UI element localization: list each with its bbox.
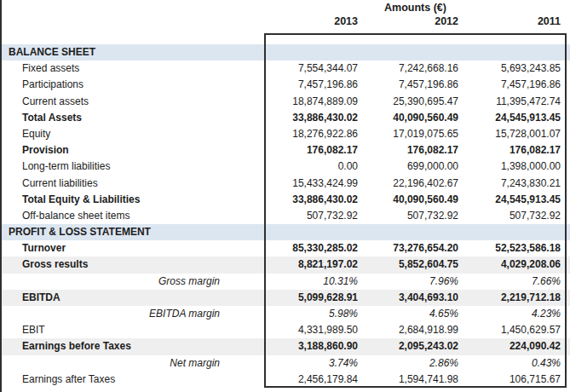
row-value[interactable]: 4.65% [358,306,458,322]
row-value[interactable]: 7,554,344.07 [264,61,358,77]
table-row: PROFIT & LOSS STATEMENT [0,224,570,240]
table-row: Fixed assets 7,554,344.07 7,242,668.16 5… [0,61,570,77]
row-label[interactable]: PROFIT & LOSS STATEMENT [0,224,264,240]
row-value[interactable]: 40,090,560.49 [358,192,458,208]
row-value[interactable]: 7,457,196.86 [458,77,561,93]
row-label[interactable]: Provision [0,142,264,159]
row-value[interactable]: 11,395,472.74 [458,94,561,110]
row-value[interactable]: 2,456,179.84 [264,372,358,388]
row-value[interactable]: 2,684,918.99 [358,322,458,338]
row-value[interactable]: 15,433,424.99 [264,176,358,192]
year-label-2011[interactable]: 2011 [458,14,561,30]
row-value[interactable]: 3.74% [264,355,358,372]
row-value[interactable]: 507,732.92 [458,208,561,224]
row-value[interactable]: 106,715.67 [458,372,561,388]
row-label[interactable]: EBIT [0,322,264,338]
row-value[interactable] [358,224,458,240]
row-value[interactable]: 1,450,629.57 [458,322,561,338]
row-value[interactable]: 33,886,430.02 [264,192,358,208]
row-value[interactable]: 15,728,001.07 [458,126,561,142]
row-value[interactable]: 4,331,989.50 [264,322,358,338]
row-value[interactable]: 7.96% [358,274,458,290]
row-value[interactable]: 5,099,628.91 [264,290,358,306]
row-value[interactable]: 18,874,889.09 [264,94,358,110]
row-value[interactable]: 699,000.00 [358,159,458,175]
row-value[interactable]: 2,095,243.02 [358,338,458,355]
table-rows: BALANCE SHEET Fixed assets 7,554,344.07 … [0,44,570,388]
row-value[interactable]: 1,594,741.98 [358,372,458,388]
row-value[interactable] [458,44,561,61]
table-row: Total Assets 33,886,430.02 40,090,560.49… [0,110,570,126]
row-label[interactable]: EBITDA [0,290,264,306]
row-label[interactable]: Turnover [0,240,264,257]
row-value[interactable]: 224,090.42 [458,338,561,355]
row-label[interactable]: Total Equity & Liabilities [0,192,264,208]
table-row: Gross results 8,821,197.02 5,852,604.75 … [0,257,570,273]
row-label[interactable]: BALANCE SHEET [0,44,264,61]
row-value[interactable]: 0.00 [264,159,358,175]
row-value[interactable]: 7,243,830.21 [458,176,561,192]
row-label[interactable]: EBITDA margin [0,306,264,322]
row-value[interactable]: 33,886,430.02 [264,110,358,126]
row-value[interactable] [458,224,561,240]
row-label[interactable]: Off-balance sheet items [0,208,264,224]
row-value[interactable]: 7,457,196.86 [358,77,458,93]
row-value[interactable]: 1,398,000.00 [458,159,561,175]
row-label[interactable]: Current assets [0,94,264,110]
row-value[interactable]: 5.98% [264,306,358,322]
row-value[interactable]: 4.23% [458,306,561,322]
row-value[interactable]: 0.43% [458,355,561,372]
table-row: Long-term liabilities 0.00 699,000.00 1,… [0,159,570,175]
table-row: Equity 18,276,922.86 17,019,075.65 15,72… [0,126,570,142]
year-header-row: 2013 2012 2011 [0,14,570,30]
row-value[interactable]: 507,732.92 [264,208,358,224]
row-label[interactable]: Participations [0,77,264,93]
row-value[interactable]: 176,082.17 [264,142,358,159]
row-value[interactable]: 176,082.17 [358,142,458,159]
row-label[interactable]: Gross results [0,257,264,273]
row-value[interactable]: 24,545,913.45 [458,192,561,208]
row-label[interactable]: Current liabilities [0,176,264,192]
spreadsheet-view: Amounts (€) 2013 2012 2011 BALANCE SHEET… [0,0,570,392]
row-value[interactable]: 176,082.17 [458,142,561,159]
row-value[interactable]: 7,457,196.86 [264,77,358,93]
row-value[interactable]: 5,852,604.75 [358,257,458,273]
row-value[interactable]: 17,019,075.65 [358,126,458,142]
row-value[interactable]: 24,545,913.45 [458,110,561,126]
row-value[interactable]: 2,219,712.18 [458,290,561,306]
row-value[interactable] [358,44,458,61]
row-value[interactable]: 7,242,668.16 [358,61,458,77]
row-label[interactable]: Fixed assets [0,61,264,77]
row-value[interactable]: 22,196,402.67 [358,176,458,192]
row-label[interactable]: Net margin [0,355,264,372]
year-label-2012[interactable]: 2012 [358,14,458,30]
row-label[interactable]: Total Assets [0,110,264,126]
row-value[interactable]: 4,029,208.06 [458,257,561,273]
row-value[interactable]: 85,330,285.02 [264,240,358,257]
row-label[interactable]: Earnings after Taxes [0,372,264,388]
table-row: BALANCE SHEET [0,44,570,61]
row-value[interactable]: 2.86% [358,355,458,372]
year-label-2013[interactable]: 2013 [264,14,358,30]
row-value[interactable]: 507,732.92 [358,208,458,224]
row-value[interactable]: 40,090,560.49 [358,110,458,126]
row-value[interactable]: 52,523,586.18 [458,240,561,257]
row-value[interactable]: 25,390,695.47 [358,94,458,110]
row-label[interactable]: Long-term liabilities [0,159,264,175]
row-value[interactable]: 3,404,693.10 [358,290,458,306]
table-row: Earnings after Taxes 2,456,179.84 1,594,… [0,372,570,388]
row-value[interactable]: 5,693,243.85 [458,61,561,77]
row-value[interactable] [264,224,358,240]
row-value[interactable]: 8,821,197.02 [264,257,358,273]
table-row: Turnover 85,330,285.02 73,276,654.20 52,… [0,240,570,257]
row-value[interactable]: 10.31% [264,274,358,290]
table-row: Participations 7,457,196.86 7,457,196.86… [0,77,570,93]
row-label[interactable]: Gross margin [0,274,264,290]
row-label[interactable]: Earnings before Taxes [0,338,264,355]
row-value[interactable]: 7.66% [458,274,561,290]
row-value[interactable]: 18,276,922.86 [264,126,358,142]
row-label[interactable]: Equity [0,126,264,142]
row-value[interactable] [264,44,358,61]
row-value[interactable]: 3,188,860.90 [264,338,358,355]
row-value[interactable]: 73,276,654.20 [358,240,458,257]
